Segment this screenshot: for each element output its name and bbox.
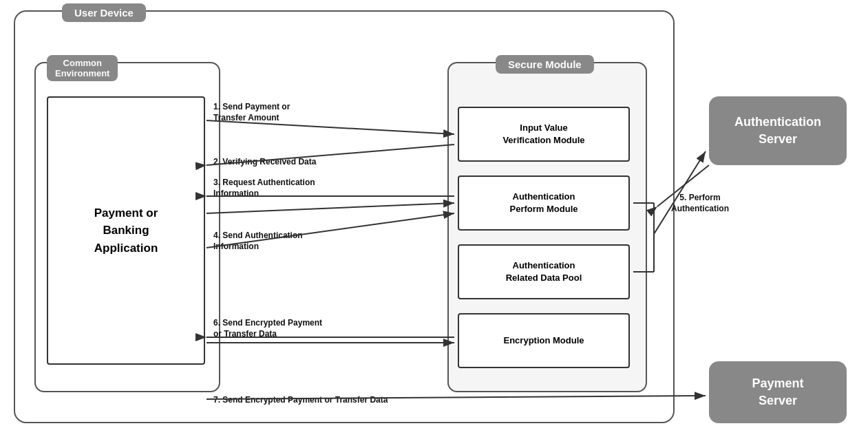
payment-banking-app-box: Payment orBankingApplication [47, 96, 205, 365]
auth-data-pool-label: AuthenticationRelated Data Pool [506, 259, 582, 284]
arrow7-label: 7. Send Encrypted Payment or Transfer Da… [213, 395, 388, 406]
arrow5-label: 5. PerformAuthentication [671, 193, 729, 214]
payment-server-label: PaymentServer [752, 375, 803, 409]
encryption-module-label: Encryption Module [504, 334, 584, 347]
user-device-label: User Device [62, 3, 146, 22]
authentication-server-label: AuthenticationServer [734, 114, 821, 148]
payment-banking-app-label: Payment orBankingApplication [94, 204, 158, 257]
arrow2-label: 2. Verifying Received Data [213, 157, 316, 168]
arrow4-label: 4. Send AuthenticationInformation [213, 231, 303, 252]
auth-perform-module-label: AuthenticationPerform Module [510, 191, 578, 215]
input-verification-module-label: Input ValueVerification Module [502, 122, 584, 147]
diagram-container: User Device CommonEnvironment Secure Mod… [0, 0, 868, 437]
payment-server-box: PaymentServer [709, 361, 847, 423]
arrow1-label: 1. Send Payment orTransfer Amount [213, 102, 290, 123]
secure-module-label: Secure Module [496, 55, 594, 74]
auth-data-pool-box: AuthenticationRelated Data Pool [458, 244, 630, 299]
arrow3-label: 3. Request AuthenticationInformation [213, 178, 315, 199]
encryption-module-box: Encryption Module [458, 313, 630, 368]
authentication-server-box: AuthenticationServer [709, 96, 847, 165]
auth-perform-module-box: AuthenticationPerform Module [458, 175, 630, 231]
input-verification-module-box: Input ValueVerification Module [458, 107, 630, 162]
common-env-label: CommonEnvironment [47, 55, 118, 81]
arrow6-label: 6. Send Encrypted Paymentor Transfer Dat… [213, 318, 322, 339]
